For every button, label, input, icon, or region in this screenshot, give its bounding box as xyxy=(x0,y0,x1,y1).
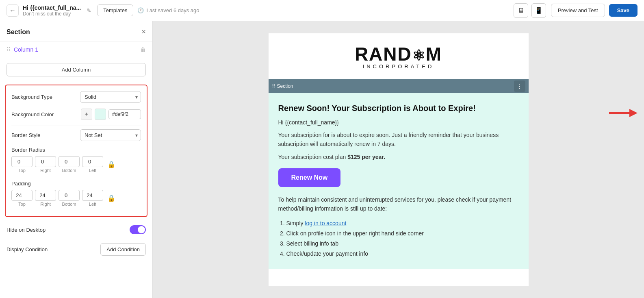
section-body1: Your subscription for is about to expire… xyxy=(278,131,519,149)
main-content: Section × ⠿ Column 1 🗑 Add Column Backgr… xyxy=(0,21,644,298)
br-right-label: Right xyxy=(40,168,51,173)
settings-section: Background Type Solid Gradient Image Bac… xyxy=(5,85,147,217)
toggle-slider xyxy=(130,225,146,234)
preview-and-test-button[interactable]: Preview and Test xyxy=(551,4,605,17)
padding-top-input[interactable] xyxy=(11,190,33,201)
color-swatch[interactable] xyxy=(95,109,106,120)
section-help: To help maintain consistent and uninterr… xyxy=(278,195,519,213)
add-condition-button[interactable]: Add Condition xyxy=(100,243,146,256)
border-radius-label: Border Radius xyxy=(11,147,141,153)
padding-right-wrap: Right xyxy=(35,190,56,207)
logo: RAND⚛M INCORPORATED xyxy=(355,43,442,70)
save-info: 🕐 Last saved 6 days ago xyxy=(137,7,199,13)
close-panel-button[interactable]: × xyxy=(141,28,146,36)
delete-column-icon[interactable]: 🗑 xyxy=(140,46,146,53)
panel-header: Section × xyxy=(0,21,152,41)
border-radius-top-input[interactable] xyxy=(11,156,33,167)
divider-1 xyxy=(11,126,141,126)
desktop-view-button[interactable]: 🖥 xyxy=(514,3,528,18)
background-type-label: Background Type xyxy=(11,94,52,100)
clock-icon: 🕐 xyxy=(137,7,144,13)
section-text: Section xyxy=(277,83,293,89)
padding-left-input[interactable] xyxy=(82,190,103,201)
section-content: Renew Soon! Your Subscription is About t… xyxy=(269,93,529,269)
add-column-button[interactable]: Add Column xyxy=(7,63,146,76)
section-cost: Your subscription cost plan $125 per yea… xyxy=(278,154,519,160)
topbar-right: Preview and Test Save xyxy=(551,4,637,17)
background-color-label: Background Color xyxy=(11,111,54,117)
topbar: ← Hi {{contact_full_na... Don't miss out… xyxy=(0,0,644,21)
cost-bold: $125 per year. xyxy=(347,154,385,160)
background-type-select-wrap: Solid Gradient Image xyxy=(80,91,141,103)
list-item: Click on profile icon in the upper right… xyxy=(286,228,519,239)
column-row: ⠿ Column 1 🗑 xyxy=(0,41,152,58)
pad-right-label: Right xyxy=(40,202,51,207)
padding-lock-icon[interactable]: 🔒 xyxy=(107,194,115,202)
border-radius-bottom-input[interactable] xyxy=(59,156,80,167)
email-subtitle: Don't miss out the day xyxy=(23,11,81,17)
list-item: Simply log in to account xyxy=(286,218,519,228)
hide-desktop-row: Hide on Desktop xyxy=(0,220,152,239)
email-title-wrap: Hi {{contact_full_na... Don't miss out t… xyxy=(23,4,81,17)
renew-now-button[interactable]: Renew Now xyxy=(278,168,341,187)
topbar-center: 🖥 📱 xyxy=(514,3,546,18)
border-radius-lock-icon[interactable]: 🔒 xyxy=(107,161,115,168)
section-block-wrapper: ⠿ Section ⋮ Renew Soon! Your Subscriptio… xyxy=(269,79,529,269)
border-radius-top-wrap: Top xyxy=(11,156,33,173)
divider-2 xyxy=(11,177,141,177)
border-radius-right-wrap: Right xyxy=(35,156,56,173)
drag-icon: ⠿ xyxy=(7,46,11,53)
border-style-select-wrap: Not Set Solid Dashed Dotted xyxy=(80,129,141,141)
edit-icon-button[interactable]: ✎ xyxy=(85,6,93,15)
steps-list: Simply log in to account Click on profil… xyxy=(278,218,519,259)
canvas-area: RAND⚛M INCORPORATED ⠿ Section ⋮ Renew So… xyxy=(153,21,644,298)
padding-right-input[interactable] xyxy=(35,190,56,201)
border-radius-right-input[interactable] xyxy=(35,156,56,167)
border-style-row: Border Style Not Set Solid Dashed Dotted xyxy=(11,129,141,141)
border-radius-left-input[interactable] xyxy=(82,156,103,167)
padding-top-wrap: Top xyxy=(11,190,33,207)
save-button[interactable]: Save xyxy=(609,4,637,17)
save-info-text: Last saved 6 days ago xyxy=(146,7,199,13)
back-button[interactable]: ← xyxy=(7,4,19,17)
svg-marker-1 xyxy=(629,109,637,117)
border-radius-row: Border Radius Top Right Bottom xyxy=(11,147,141,173)
pad-top-label: Top xyxy=(18,202,26,207)
border-radius-inputs: Top Right Bottom Left 🔒 xyxy=(11,156,141,173)
log-in-link[interactable]: log in to account xyxy=(305,220,346,226)
section-label-text: ⠿ Section xyxy=(272,83,293,89)
section-menu-button[interactable]: ⋮ xyxy=(514,80,525,92)
pad-left-label: Left xyxy=(89,202,96,207)
br-left-label: Left xyxy=(89,168,96,173)
hide-desktop-label: Hide on Desktop xyxy=(7,227,46,233)
left-panel: Section × ⠿ Column 1 🗑 Add Column Backgr… xyxy=(0,21,153,298)
mobile-view-button[interactable]: 📱 xyxy=(531,3,546,18)
hide-desktop-toggle[interactable] xyxy=(130,225,146,234)
email-canvas: RAND⚛M INCORPORATED ⠿ Section ⋮ Renew So… xyxy=(269,33,529,286)
border-style-select[interactable]: Not Set Solid Dashed Dotted xyxy=(80,129,141,141)
padding-label: Padding xyxy=(11,181,141,187)
padding-inputs: Top Right Bottom Left 🔒 xyxy=(11,190,141,207)
background-type-select[interactable]: Solid Gradient Image xyxy=(80,91,141,103)
templates-button[interactable]: Templates xyxy=(97,4,133,16)
border-radius-bottom-wrap: Bottom xyxy=(59,156,80,173)
pad-bottom-label: Bottom xyxy=(62,202,76,207)
padding-bottom-input[interactable] xyxy=(59,190,80,201)
background-color-row: Background Color ✦ #def9f2 xyxy=(11,109,141,120)
color-hex-input[interactable]: #def9f2 xyxy=(108,109,141,119)
padding-row: Padding Top Right Bottom xyxy=(11,181,141,207)
topbar-left: ← Hi {{contact_full_na... Don't miss out… xyxy=(7,4,509,17)
column-label: Column 1 xyxy=(14,46,38,53)
section-drag-icon: ⠿ xyxy=(272,83,275,89)
email-title: Hi {{contact_full_na... xyxy=(23,4,81,11)
display-condition-label: Display Condition xyxy=(7,246,48,252)
logo-sub: INCORPORATED xyxy=(355,63,442,70)
background-type-row: Background Type Solid Gradient Image xyxy=(11,91,141,103)
padding-left-wrap: Left xyxy=(82,190,103,207)
background-color-controls: ✦ #def9f2 xyxy=(81,109,141,120)
padding-bottom-wrap: Bottom xyxy=(59,190,80,207)
border-radius-left-wrap: Left xyxy=(82,156,103,173)
red-arrow xyxy=(605,107,637,120)
color-picker-icon[interactable]: ✦ xyxy=(81,109,92,120)
br-top-label: Top xyxy=(18,168,26,173)
